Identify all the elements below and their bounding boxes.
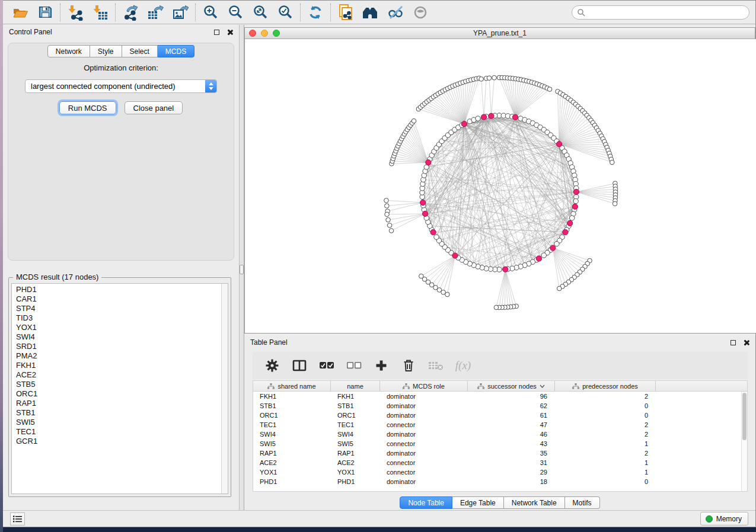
graph-edge[interactable] [499, 270, 505, 307]
cell-shared-name[interactable]: ORC1 [253, 411, 331, 420]
import-network-button[interactable] [63, 2, 88, 23]
table-settings-button[interactable] [261, 355, 283, 376]
cell-successor-nodes[interactable]: 62 [468, 401, 555, 411]
close-table-panel-icon[interactable] [743, 339, 749, 346]
graph-edge[interactable] [576, 192, 615, 195]
tab-motifs[interactable]: Motifs [565, 496, 600, 509]
cell-name[interactable]: SWI4 [331, 430, 380, 439]
graph-edge[interactable] [435, 255, 455, 287]
mcds-result-item[interactable]: TEC1 [16, 427, 228, 437]
cell-predecessor-nodes[interactable]: 2 [555, 448, 656, 458]
zoom-in-button[interactable] [198, 2, 223, 23]
cell-MCDS-role[interactable]: connector [380, 458, 468, 467]
splitter-grip[interactable] [240, 265, 244, 274]
table-row[interactable]: SWI5SWI5connector431 [253, 439, 747, 448]
cell-predecessor-nodes[interactable]: 0 [555, 411, 656, 420]
mcds-result-item[interactable]: TID3 [16, 313, 228, 323]
cell-shared-name[interactable]: SWI4 [253, 430, 331, 439]
graph-edge[interactable] [388, 203, 423, 211]
mcds-result-item[interactable]: FKH1 [16, 361, 228, 370]
import-table-button[interactable] [88, 2, 113, 23]
cell-MCDS-role[interactable]: connector [380, 439, 468, 448]
cell-successor-nodes[interactable]: 31 [468, 458, 555, 467]
mcds-result-item[interactable]: PHD1 [16, 285, 228, 294]
cell-predecessor-nodes[interactable]: 0 [555, 477, 656, 486]
cell-successor-nodes[interactable]: 47 [468, 420, 555, 430]
tab-style[interactable]: Style [90, 45, 122, 57]
mcds-result-item[interactable]: SWI4 [16, 332, 228, 342]
network-window-titlebar[interactable]: YPA_prune.txt_1 [245, 28, 755, 39]
cell-MCDS-role[interactable]: dominator [380, 401, 468, 411]
graph-edge[interactable] [391, 214, 425, 231]
mcds-result-item[interactable]: PMA2 [16, 351, 228, 361]
list-scrollbar-track[interactable] [221, 284, 228, 493]
cell-successor-nodes[interactable]: 29 [468, 467, 555, 477]
select-all-rows-button[interactable] [315, 355, 338, 376]
cell-predecessor-nodes[interactable]: 2 [555, 420, 656, 430]
cell-MCDS-role[interactable]: dominator [380, 411, 468, 420]
graph-satellite-node[interactable] [384, 198, 389, 203]
cell-MCDS-role[interactable]: connector [380, 420, 468, 430]
search-input[interactable] [585, 8, 744, 17]
tab-mcds[interactable]: MCDS [158, 45, 194, 57]
table-row[interactable]: SWI4SWI4dominator462 [253, 430, 747, 439]
graph-edge[interactable] [481, 79, 484, 117]
hide-graphics-details-button[interactable] [383, 2, 408, 23]
graph-satellite-node[interactable] [487, 76, 492, 81]
graph-edge[interactable] [387, 214, 425, 214]
table-row[interactable]: STB1STB1dominator620 [253, 401, 747, 411]
graph-edge[interactable] [515, 87, 545, 117]
graph-mcds-hub-node[interactable] [426, 160, 431, 165]
cell-successor-nodes[interactable]: 18 [468, 477, 555, 486]
cell-name[interactable]: SWI5 [331, 439, 380, 448]
memory-button[interactable]: Memory [700, 512, 748, 525]
graph-edge[interactable] [553, 248, 587, 264]
graph-satellite-node[interactable] [494, 305, 499, 310]
mcds-result-item[interactable]: ORC1 [16, 389, 228, 399]
export-image-button[interactable] [168, 2, 193, 23]
graph-edge[interactable] [406, 132, 428, 162]
table-scrollbar-track[interactable] [741, 392, 747, 491]
mcds-result-list[interactable]: PHD1CAR1STP4TID3YOX1SWI4SRD1PMA2FKH1ACE2… [11, 283, 228, 494]
graph-edge[interactable] [421, 255, 455, 276]
graph-edge[interactable] [553, 248, 574, 277]
graph-mcds-hub-node[interactable] [536, 256, 541, 261]
graph-mcds-hub-node[interactable] [481, 114, 486, 120]
graph-edge[interactable] [505, 270, 516, 306]
graph-node[interactable] [541, 253, 546, 258]
optimization-criterion-select[interactable]: largest connected component (undirected) [25, 79, 217, 93]
table-row[interactable]: FKH1FKH1dominator962 [253, 392, 747, 401]
tab-select[interactable]: Select [122, 45, 158, 57]
graph-satellite-node[interactable] [547, 87, 552, 92]
table-row[interactable]: ACE2ACE2connector311 [253, 458, 747, 467]
cell-name[interactable]: ORC1 [331, 411, 380, 420]
cell-predecessor-nodes[interactable]: 1 [555, 458, 656, 467]
tab-network-table[interactable]: Network Table [504, 496, 565, 509]
graph-edge[interactable] [576, 192, 615, 204]
cell-successor-nodes[interactable]: 61 [468, 411, 555, 420]
cell-successor-nodes[interactable]: 46 [468, 430, 555, 439]
graph-node[interactable] [570, 216, 575, 220]
graph-mcds-hub-node[interactable] [452, 253, 458, 258]
cell-predecessor-nodes[interactable]: 1 [555, 467, 656, 477]
table-row[interactable]: YOX1YOX1connector291 [253, 467, 747, 477]
graph-satellite-node[interactable] [610, 160, 614, 165]
search-box[interactable] [572, 5, 749, 20]
zoom-out-button[interactable] [223, 2, 248, 23]
graph-edge[interactable] [491, 78, 494, 116]
graph-mcds-hub-node[interactable] [461, 121, 467, 127]
table-row[interactable]: TEC1TEC1connector472 [253, 420, 747, 430]
graph-edge[interactable] [576, 192, 615, 198]
cell-shared-name[interactable]: RAP1 [253, 448, 331, 458]
mcds-result-item[interactable]: ACE2 [16, 370, 228, 380]
graph-edge[interactable] [425, 255, 455, 279]
graph-edge[interactable] [576, 192, 615, 201]
cell-MCDS-role[interactable]: dominator [380, 392, 468, 401]
float-panel-icon[interactable] [214, 30, 219, 35]
zoom-fit-button[interactable] [248, 2, 273, 23]
table-row[interactable]: ORC1ORC1dominator610 [253, 411, 747, 420]
cell-name[interactable]: STB1 [331, 401, 380, 411]
mcds-result-item[interactable]: GCR1 [16, 437, 228, 446]
mcds-result-item[interactable]: STP4 [16, 304, 228, 313]
column-header-shared-name[interactable]: shared name [253, 381, 331, 391]
